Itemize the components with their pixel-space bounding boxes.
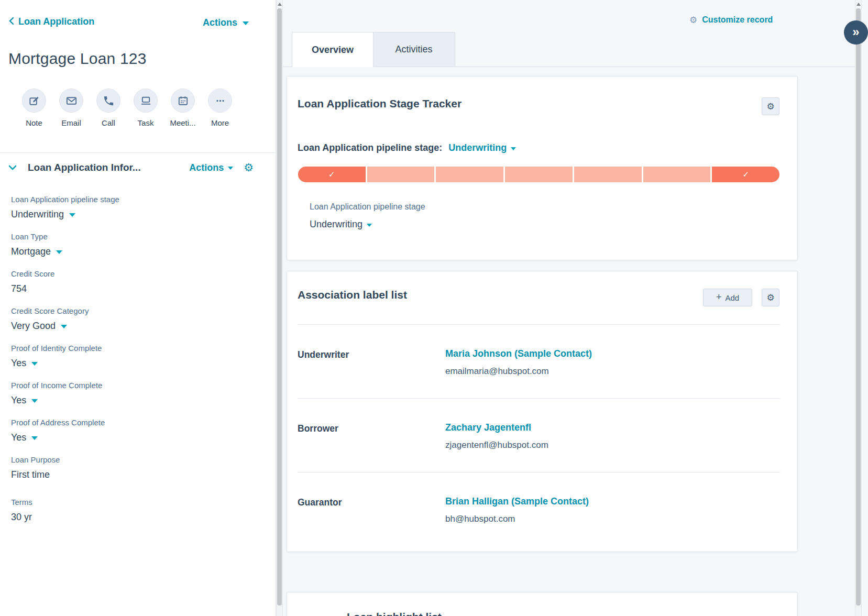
field-label: Loan Type (11, 232, 262, 241)
field-value: 754 (11, 283, 262, 294)
more-icon[interactable] (208, 89, 232, 113)
chevron-down-icon (31, 362, 38, 366)
back-link-label: Loan Application (18, 16, 94, 27)
scroll-up-arrow-icon[interactable] (856, 3, 861, 6)
quick-action-more[interactable]: More (208, 89, 232, 127)
pipeline-sub-label: Loan Application pipeline stage (310, 202, 425, 212)
quick-action-meeti[interactable]: Meeti... (171, 89, 195, 127)
stage-tracker-card: Loan Application Stage Tracker ⚙ Loan Ap… (287, 76, 798, 260)
tab-overview[interactable]: Overview (292, 32, 373, 67)
stage-segment-pending[interactable] (643, 167, 711, 182)
association-rows: UnderwriterMaria Johnson (Sample Contact… (298, 324, 780, 546)
field-value[interactable]: Mortgage (11, 246, 262, 257)
check-icon: ✓ (742, 170, 749, 179)
section-header: Loan Application Infor... Actions ⚙ (8, 162, 254, 173)
card-settings-button[interactable]: ⚙ (762, 289, 779, 306)
pipeline-stage-label: Loan Application pipeline stage: (298, 142, 442, 153)
contact-email: emailmaria@hubspot.com (445, 366, 592, 377)
association-contact: Zachary Jagentenflzjagentenfl@hubspot.co… (445, 422, 548, 450)
pipeline-sub-dropdown[interactable]: Underwriting (310, 219, 372, 230)
field-label: Proof of Identity Complete (11, 344, 262, 353)
add-association-button[interactable]: + Add (703, 289, 752, 306)
email-icon[interactable] (59, 89, 83, 113)
customize-record-label: Customize record (702, 15, 773, 25)
field-label: Proof of Address Complete (11, 418, 262, 427)
collapse-panel-button[interactable]: » (844, 20, 868, 45)
quick-action-label: Call (102, 118, 115, 127)
pipeline-stage-row: Loan Application pipeline stage: Underwr… (298, 142, 516, 153)
contact-name-link[interactable]: Zachary Jagentenfl (445, 422, 548, 433)
field-value[interactable]: Very Good (11, 321, 262, 332)
record-sidebar: Loan Application Actions Mortgage Loan 1… (0, 0, 276, 616)
card-title: Association label list (298, 289, 407, 301)
page: Loan Application Actions Mortgage Loan 1… (0, 0, 868, 616)
sidebar-field: Proof of Address CompleteYes (11, 418, 262, 443)
field-value[interactable]: Underwriting (11, 209, 262, 220)
chevron-down-icon (511, 147, 516, 150)
card-title: Loan Application Stage Tracker (298, 97, 462, 110)
record-actions-menu[interactable]: Actions (203, 17, 249, 28)
chevron-down-icon (228, 167, 233, 170)
section-title: Loan Application Infor... (28, 162, 189, 173)
quick-action-call[interactable]: Call (96, 89, 120, 127)
association-role-label: Borrower (298, 422, 445, 450)
call-icon[interactable] (96, 89, 120, 113)
sidebar-field: Loan PurposeFirst time (11, 455, 262, 480)
field-label: Proof of Income Complete (11, 381, 262, 390)
quick-action-label: Email (61, 118, 81, 127)
clipped-card: Loan highlight list (287, 592, 798, 616)
association-contact: Maria Johnson (Sample Contact)emailmaria… (445, 348, 592, 377)
stage-segment-done[interactable]: ✓ (298, 167, 366, 182)
contact-name-link[interactable]: Brian Halligan (Sample Contact) (445, 496, 589, 507)
meetings-icon[interactable] (171, 89, 195, 113)
scrollbar-thumb[interactable] (277, 8, 282, 606)
scrollbar-thumb[interactable] (856, 8, 861, 606)
chevron-down-icon (31, 399, 38, 403)
stage-segment-pending[interactable] (436, 167, 503, 182)
tab-activities[interactable]: Activities (373, 32, 455, 67)
stage-segment-pending[interactable] (505, 167, 573, 182)
contact-email: zjagentenfl@hubspot.com (445, 440, 548, 450)
chevron-down-icon (367, 224, 372, 227)
card-title: Loan highlight list (347, 611, 797, 616)
quick-actions-row: NoteEmailCallTaskMeeti...More (22, 89, 232, 127)
association-contact: Brian Halligan (Sample Contact)bh@hubspo… (445, 496, 589, 524)
stage-progress-bar: ✓✓ (298, 167, 779, 182)
gear-icon: ⚙ (766, 293, 774, 302)
scroll-up-arrow-icon[interactable] (278, 3, 282, 6)
stage-segment-pending[interactable] (367, 167, 435, 182)
card-settings-button[interactable]: ⚙ (762, 97, 779, 115)
section-actions-menu[interactable]: Actions (189, 162, 233, 173)
back-link[interactable]: Loan Application (8, 16, 94, 27)
field-value[interactable]: Yes (11, 395, 262, 406)
quick-action-label: Note (26, 118, 42, 127)
task-icon[interactable] (134, 89, 158, 113)
chevron-down-icon (31, 436, 38, 440)
quick-action-task[interactable]: Task (134, 89, 158, 127)
field-label: Loan Application pipeline stage (11, 195, 262, 204)
field-value: First time (11, 469, 262, 480)
field-value: 30 yr (11, 512, 262, 523)
sidebar-field: Loan Application pipeline stageUnderwrit… (11, 195, 262, 220)
main-scrollbar[interactable] (855, 0, 862, 616)
sidebar-field: Credit Score754 (11, 269, 262, 294)
field-label: Terms (11, 498, 262, 507)
sidebar-field: Loan TypeMortgage (11, 232, 262, 257)
contact-name-link[interactable]: Maria Johnson (Sample Contact) (445, 348, 592, 359)
sidebar-scrollbar[interactable] (276, 0, 283, 616)
quick-action-label: Task (138, 118, 154, 127)
quick-action-note[interactable]: Note (22, 89, 46, 127)
stage-segment-pending[interactable] (574, 167, 642, 182)
field-value[interactable]: Yes (11, 358, 262, 369)
plus-icon: + (716, 292, 722, 303)
stage-segment-done[interactable]: ✓ (712, 167, 779, 182)
quick-action-email[interactable]: Email (59, 89, 83, 127)
pipeline-stage-dropdown[interactable]: Underwriting (448, 142, 516, 153)
gear-icon: ⚙ (689, 16, 697, 25)
customize-record-link[interactable]: ⚙ Customize record (689, 15, 773, 25)
field-value[interactable]: Yes (11, 432, 262, 443)
chevron-down-icon (56, 250, 62, 254)
section-settings-gear-icon[interactable]: ⚙ (244, 162, 254, 173)
collapse-chevron-icon[interactable] (8, 165, 17, 171)
note-icon[interactable] (22, 89, 46, 113)
